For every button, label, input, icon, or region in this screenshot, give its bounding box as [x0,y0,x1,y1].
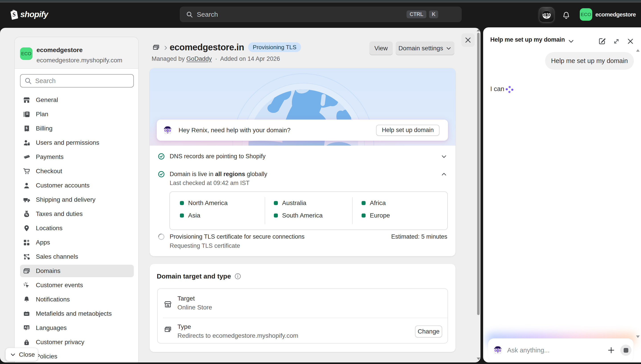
svg-text:A: A [24,326,27,329]
svg-text:$: $ [26,126,28,130]
